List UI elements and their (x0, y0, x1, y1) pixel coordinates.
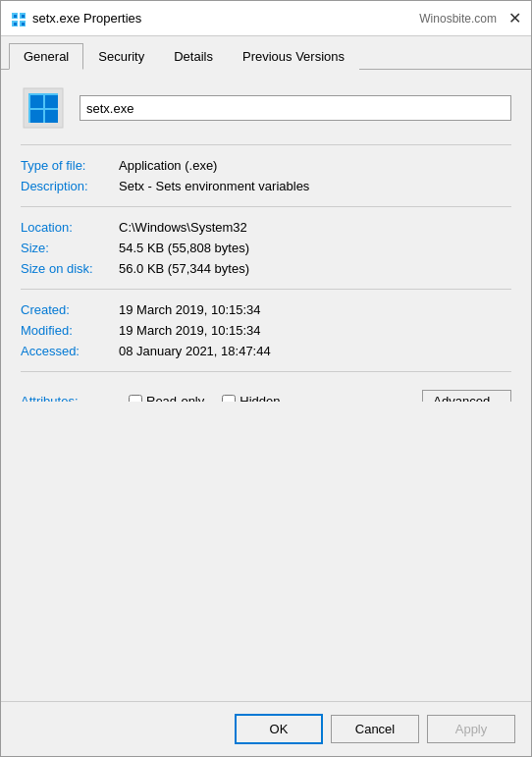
divider-3 (21, 289, 511, 290)
tab-bar: General Security Details Previous Versio… (1, 36, 531, 70)
type-description-section: Type of file: Application (.exe) Descrip… (21, 155, 511, 196)
divider-4 (21, 371, 511, 372)
size-on-disk-row: Size on disk: 56.0 KB (57,344 bytes) (21, 258, 511, 279)
file-header (21, 85, 511, 131)
tab-general[interactable]: General (9, 43, 83, 70)
readonly-label[interactable]: Read-only (146, 394, 204, 402)
size-on-disk-label: Size on disk: (21, 261, 119, 276)
type-label: Type of file: (21, 158, 119, 173)
close-button[interactable]: ✕ (508, 11, 521, 27)
size-row: Size: 54.5 KB (55,808 bytes) (21, 238, 511, 258)
title-bar-left: setx.exe Properties (11, 11, 141, 27)
site-label: Winosbite.com (419, 12, 497, 26)
svg-rect-13 (45, 110, 58, 123)
dates-section: Created: 19 March 2019, 10:15:34 Modifie… (21, 299, 511, 361)
size-on-disk-value: 56.0 KB (57,344 bytes) (119, 261, 249, 276)
hidden-checkbox[interactable] (222, 395, 236, 402)
svg-rect-12 (30, 110, 43, 123)
size-label: Size: (21, 241, 119, 255)
file-icon (21, 85, 66, 131)
filename-input[interactable] (80, 95, 511, 121)
divider-2 (21, 206, 511, 207)
location-size-section: Location: C:\Windows\System32 Size: 54.5… (21, 217, 511, 279)
hidden-label[interactable]: Hidden (239, 394, 280, 402)
svg-rect-11 (45, 95, 58, 108)
apply-button[interactable]: Apply (427, 715, 515, 743)
accessed-label: Accessed: (21, 344, 119, 358)
svg-rect-4 (14, 15, 17, 18)
window-title: setx.exe Properties (32, 11, 141, 26)
bottom-bar: OK Cancel Apply (1, 701, 531, 756)
cancel-button[interactable]: Cancel (331, 715, 419, 743)
title-bar: setx.exe Properties Winosbite.com ✕ (1, 1, 531, 36)
type-value: Application (.exe) (119, 158, 217, 173)
svg-rect-10 (30, 95, 43, 108)
svg-rect-6 (14, 23, 17, 26)
content-spacer (1, 402, 531, 702)
readonly-checkbox-item[interactable]: Read-only (129, 394, 204, 402)
accessed-row: Accessed: 08 January 2021, 18:47:44 (21, 341, 511, 361)
divider-1 (21, 144, 511, 145)
created-row: Created: 19 March 2019, 10:15:34 (21, 299, 511, 320)
title-bar-right: Winosbite.com ✕ (419, 11, 521, 27)
modified-label: Modified: (21, 323, 119, 338)
content-area: Type of file: Application (.exe) Descrip… (1, 70, 531, 402)
tab-details[interactable]: Details (159, 43, 228, 70)
created-value: 19 March 2019, 10:15:34 (119, 302, 261, 317)
properties-window: setx.exe Properties Winosbite.com ✕ Gene… (0, 0, 532, 757)
accessed-value: 08 January 2021, 18:47:44 (119, 344, 271, 358)
attributes-row: Attributes: Read-only Hidden Advanced... (21, 382, 511, 402)
svg-rect-5 (22, 15, 25, 18)
size-value: 54.5 KB (55,808 bytes) (119, 241, 249, 255)
hidden-checkbox-item[interactable]: Hidden (222, 394, 280, 402)
description-label: Description: (21, 179, 119, 193)
window-icon (11, 11, 27, 27)
checkbox-group: Read-only Hidden Advanced... (129, 390, 511, 402)
created-label: Created: (21, 302, 119, 317)
readonly-checkbox[interactable] (129, 395, 142, 402)
tab-security[interactable]: Security (83, 43, 159, 70)
svg-rect-7 (22, 23, 25, 26)
modified-row: Modified: 19 March 2019, 10:15:34 (21, 320, 511, 341)
modified-value: 19 March 2019, 10:15:34 (119, 323, 261, 338)
attributes-label: Attributes: (21, 394, 119, 402)
description-value: Setx - Sets environment variables (119, 179, 309, 193)
description-row: Description: Setx - Sets environment var… (21, 176, 511, 196)
tab-previous-versions[interactable]: Previous Versions (228, 43, 359, 70)
ok-button[interactable]: OK (235, 714, 323, 744)
location-row: Location: C:\Windows\System32 (21, 217, 511, 238)
type-row: Type of file: Application (.exe) (21, 155, 511, 176)
location-label: Location: (21, 220, 119, 235)
advanced-button[interactable]: Advanced... (422, 390, 511, 402)
location-value: C:\Windows\System32 (119, 220, 247, 235)
